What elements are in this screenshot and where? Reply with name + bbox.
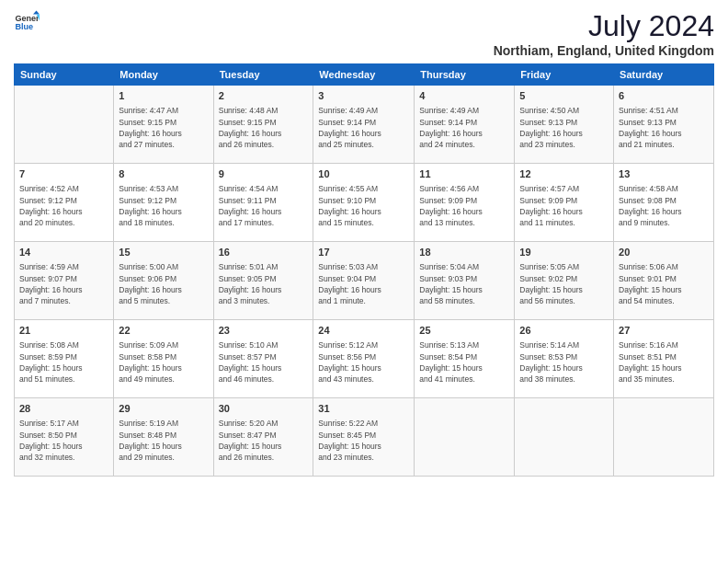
day-info: Sunrise: 5:08 AM Sunset: 8:59 PM Dayligh… <box>19 339 108 385</box>
day-info: Sunrise: 4:54 AM Sunset: 9:11 PM Dayligh… <box>219 183 309 228</box>
calendar-cell: 24Sunrise: 5:12 AM Sunset: 8:56 PM Dayli… <box>313 320 415 398</box>
day-info: Sunrise: 5:16 AM Sunset: 8:51 PM Dayligh… <box>619 339 709 385</box>
calendar-cell: 13Sunrise: 4:58 AM Sunset: 9:08 PM Dayli… <box>614 164 714 242</box>
calendar-cell: 19Sunrise: 5:05 AM Sunset: 9:02 PM Dayli… <box>515 242 614 320</box>
calendar-cell: 1Sunrise: 4:47 AM Sunset: 9:15 PM Daylig… <box>114 86 213 164</box>
day-number: 20 <box>619 246 709 259</box>
calendar-cell: 16Sunrise: 5:01 AM Sunset: 9:05 PM Dayli… <box>213 242 313 320</box>
calendar-cell: 5Sunrise: 4:50 AM Sunset: 9:13 PM Daylig… <box>515 86 614 164</box>
calendar-cell: 6Sunrise: 4:51 AM Sunset: 9:13 PM Daylig… <box>614 86 714 164</box>
week-row-5: 28Sunrise: 5:17 AM Sunset: 8:50 PM Dayli… <box>15 398 714 477</box>
day-info: Sunrise: 5:17 AM Sunset: 8:50 PM Dayligh… <box>19 418 108 463</box>
calendar-table: Sunday Monday Tuesday Wednesday Thursday… <box>14 63 714 477</box>
day-number: 2 <box>219 89 309 103</box>
day-info: Sunrise: 5:09 AM Sunset: 8:58 PM Dayligh… <box>119 339 208 385</box>
calendar-cell: 29Sunrise: 5:19 AM Sunset: 8:48 PM Dayli… <box>114 398 213 477</box>
header: General Blue July 2024 Northiam, England… <box>14 9 714 58</box>
day-info: Sunrise: 5:13 AM Sunset: 8:54 PM Dayligh… <box>419 339 509 385</box>
day-info: Sunrise: 5:22 AM Sunset: 8:45 PM Dayligh… <box>318 418 409 463</box>
week-row-1: 1Sunrise: 4:47 AM Sunset: 9:15 PM Daylig… <box>15 86 714 164</box>
calendar-cell: 20Sunrise: 5:06 AM Sunset: 9:01 PM Dayli… <box>614 242 714 320</box>
day-number: 5 <box>519 89 609 103</box>
day-number: 6 <box>619 89 709 103</box>
col-friday: Friday <box>515 64 614 86</box>
day-info: Sunrise: 4:57 AM Sunset: 9:09 PM Dayligh… <box>519 183 609 228</box>
day-info: Sunrise: 5:19 AM Sunset: 8:48 PM Dayligh… <box>119 418 208 463</box>
col-monday: Monday <box>114 64 213 86</box>
day-info: Sunrise: 4:53 AM Sunset: 9:12 PM Dayligh… <box>119 183 208 228</box>
calendar-cell <box>614 398 714 477</box>
calendar-cell: 7Sunrise: 4:52 AM Sunset: 9:12 PM Daylig… <box>15 164 114 242</box>
day-number: 28 <box>19 402 108 416</box>
calendar-cell: 15Sunrise: 5:00 AM Sunset: 9:06 PM Dayli… <box>114 242 213 320</box>
page: General Blue July 2024 Northiam, England… <box>0 0 728 486</box>
location-subtitle: Northiam, England, United Kingdom <box>494 43 714 58</box>
day-info: Sunrise: 5:01 AM Sunset: 9:05 PM Dayligh… <box>219 261 309 306</box>
day-info: Sunrise: 4:50 AM Sunset: 9:13 PM Dayligh… <box>519 105 609 150</box>
week-row-3: 14Sunrise: 4:59 AM Sunset: 9:07 PM Dayli… <box>15 242 714 320</box>
day-info: Sunrise: 4:51 AM Sunset: 9:13 PM Dayligh… <box>619 105 709 150</box>
col-sunday: Sunday <box>15 64 114 86</box>
calendar-cell: 28Sunrise: 5:17 AM Sunset: 8:50 PM Dayli… <box>15 398 114 477</box>
col-saturday: Saturday <box>614 64 714 86</box>
calendar-cell: 22Sunrise: 5:09 AM Sunset: 8:58 PM Dayli… <box>114 320 213 398</box>
calendar-cell: 10Sunrise: 4:55 AM Sunset: 9:10 PM Dayli… <box>313 164 415 242</box>
day-number: 16 <box>219 246 309 259</box>
day-info: Sunrise: 4:47 AM Sunset: 9:15 PM Dayligh… <box>119 105 208 150</box>
day-number: 1 <box>119 89 208 103</box>
svg-text:General: General <box>15 14 40 23</box>
day-number: 18 <box>419 246 509 259</box>
calendar-cell: 12Sunrise: 4:57 AM Sunset: 9:09 PM Dayli… <box>515 164 614 242</box>
day-number: 14 <box>19 246 108 259</box>
day-number: 25 <box>419 324 509 338</box>
title-block: July 2024 Northiam, England, United King… <box>494 9 714 58</box>
day-info: Sunrise: 5:05 AM Sunset: 9:02 PM Dayligh… <box>519 261 609 306</box>
day-number: 27 <box>619 324 709 338</box>
day-info: Sunrise: 4:49 AM Sunset: 9:14 PM Dayligh… <box>419 105 509 150</box>
day-number: 3 <box>318 89 409 103</box>
day-info: Sunrise: 5:20 AM Sunset: 8:47 PM Dayligh… <box>219 418 309 463</box>
day-number: 15 <box>119 246 208 259</box>
calendar-cell <box>415 398 515 477</box>
col-thursday: Thursday <box>415 64 515 86</box>
calendar-cell: 8Sunrise: 4:53 AM Sunset: 9:12 PM Daylig… <box>114 164 213 242</box>
calendar-cell: 30Sunrise: 5:20 AM Sunset: 8:47 PM Dayli… <box>213 398 313 477</box>
calendar-cell <box>15 86 114 164</box>
month-year-title: July 2024 <box>494 9 714 43</box>
logo-icon: General Blue <box>14 9 40 35</box>
day-number: 8 <box>119 167 208 181</box>
day-info: Sunrise: 4:58 AM Sunset: 9:08 PM Dayligh… <box>619 183 709 228</box>
header-row: Sunday Monday Tuesday Wednesday Thursday… <box>15 64 714 86</box>
day-info: Sunrise: 4:59 AM Sunset: 9:07 PM Dayligh… <box>19 261 108 306</box>
calendar-cell: 25Sunrise: 5:13 AM Sunset: 8:54 PM Dayli… <box>415 320 515 398</box>
calendar-cell: 4Sunrise: 4:49 AM Sunset: 9:14 PM Daylig… <box>415 86 515 164</box>
day-number: 30 <box>219 402 309 416</box>
calendar-cell: 23Sunrise: 5:10 AM Sunset: 8:57 PM Dayli… <box>213 320 313 398</box>
calendar-cell: 26Sunrise: 5:14 AM Sunset: 8:53 PM Dayli… <box>515 320 614 398</box>
day-number: 26 <box>519 324 609 338</box>
calendar-cell: 11Sunrise: 4:56 AM Sunset: 9:09 PM Dayli… <box>415 164 515 242</box>
svg-text:Blue: Blue <box>15 22 33 31</box>
week-row-4: 21Sunrise: 5:08 AM Sunset: 8:59 PM Dayli… <box>15 320 714 398</box>
day-number: 17 <box>318 246 409 259</box>
day-info: Sunrise: 5:14 AM Sunset: 8:53 PM Dayligh… <box>519 339 609 385</box>
day-info: Sunrise: 4:49 AM Sunset: 9:14 PM Dayligh… <box>318 105 409 150</box>
day-number: 23 <box>219 324 309 338</box>
col-tuesday: Tuesday <box>213 64 313 86</box>
calendar-cell: 31Sunrise: 5:22 AM Sunset: 8:45 PM Dayli… <box>313 398 415 477</box>
day-info: Sunrise: 5:12 AM Sunset: 8:56 PM Dayligh… <box>318 339 409 385</box>
day-number: 31 <box>318 402 409 416</box>
day-info: Sunrise: 5:10 AM Sunset: 8:57 PM Dayligh… <box>219 339 309 385</box>
day-info: Sunrise: 4:48 AM Sunset: 9:15 PM Dayligh… <box>219 105 309 150</box>
calendar-cell: 17Sunrise: 5:03 AM Sunset: 9:04 PM Dayli… <box>313 242 415 320</box>
calendar-cell: 2Sunrise: 4:48 AM Sunset: 9:15 PM Daylig… <box>213 86 313 164</box>
day-info: Sunrise: 4:55 AM Sunset: 9:10 PM Dayligh… <box>318 183 409 228</box>
calendar-cell: 18Sunrise: 5:04 AM Sunset: 9:03 PM Dayli… <box>415 242 515 320</box>
col-wednesday: Wednesday <box>313 64 415 86</box>
day-number: 22 <box>119 324 208 338</box>
svg-marker-2 <box>33 10 40 14</box>
day-number: 11 <box>419 167 509 181</box>
day-number: 7 <box>19 167 108 181</box>
day-info: Sunrise: 5:06 AM Sunset: 9:01 PM Dayligh… <box>619 261 709 306</box>
week-row-2: 7Sunrise: 4:52 AM Sunset: 9:12 PM Daylig… <box>15 164 714 242</box>
